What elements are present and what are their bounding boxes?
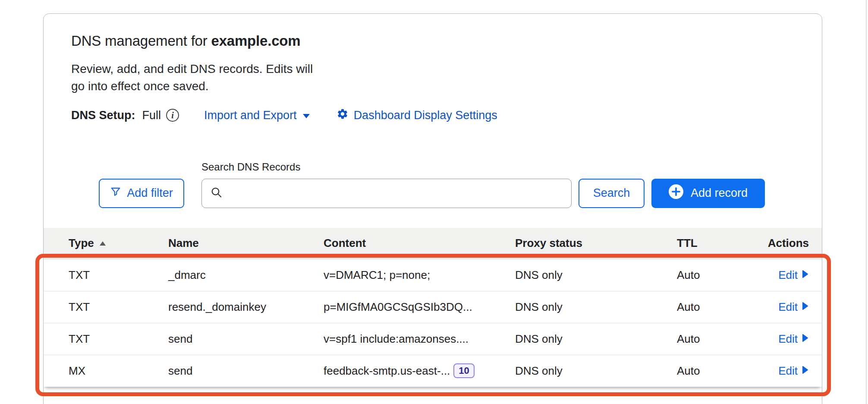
record-type: TXT — [69, 300, 168, 314]
table-body: TXT _dmarc v=DMARC1; p=none; DNS only Au… — [44, 259, 822, 387]
record-proxy-status: DNS only — [515, 332, 677, 346]
page-title: DNS management for example.com — [71, 33, 794, 49]
plus-icon — [669, 184, 683, 202]
search-button[interactable]: Search — [579, 179, 645, 208]
search-label: Search DNS Records — [201, 161, 572, 173]
record-ttl: Auto — [677, 364, 761, 378]
record-proxy-status: DNS only — [515, 364, 677, 378]
record-name: send — [168, 364, 324, 378]
column-header-content: Content — [324, 237, 515, 250]
chevron-right-icon — [802, 364, 809, 378]
column-header-ttl: TTL — [677, 237, 761, 250]
info-icon[interactable]: i — [166, 109, 179, 122]
sort-ascending-icon — [99, 241, 106, 246]
dashboard-display-settings-link[interactable]: Dashboard Display Settings — [337, 108, 497, 123]
table-header-row: Type Name Content Proxy status TTL Actio… — [44, 228, 822, 259]
record-type: TXT — [69, 268, 168, 282]
record-name: _dmarc — [168, 268, 324, 282]
dns-management-card: DNS management for example.com Review, a… — [43, 13, 822, 404]
chevron-right-icon — [802, 268, 809, 282]
gear-icon — [337, 108, 349, 123]
dns-toolbar: Add filter Search DNS Records Search Add… — [71, 161, 794, 208]
chevron-right-icon — [802, 332, 809, 346]
filter-funnel-icon — [110, 186, 121, 200]
dns-setup-label: DNS Setup: — [71, 109, 135, 122]
column-header-name: Name — [168, 237, 324, 250]
search-group: Search DNS Records — [201, 161, 572, 208]
add-filter-button[interactable]: Add filter — [99, 179, 184, 208]
edit-record-link[interactable]: Edit — [778, 300, 809, 314]
column-header-actions: Actions — [761, 237, 809, 250]
mx-priority-badge: 10 — [453, 363, 474, 378]
table-row: TXT send v=spf1 include:amazonses.... DN… — [44, 323, 822, 355]
record-ttl: Auto — [677, 268, 761, 282]
import-export-link[interactable]: Import and Export — [204, 109, 311, 122]
page-description: Review, add, and edit DNS records. Edits… — [71, 60, 794, 95]
edit-record-link[interactable]: Edit — [778, 364, 809, 378]
record-content: v=DMARC1; p=none; — [324, 268, 515, 282]
table-row: MX send feedback-smtp.us-east-...10 DNS … — [44, 355, 822, 387]
record-ttl: Auto — [677, 300, 761, 314]
scrollbar-track-edge — [866, 0, 867, 404]
record-type: MX — [69, 364, 168, 378]
column-header-proxy-status: Proxy status — [515, 237, 677, 250]
record-content: feedback-smtp.us-east-...10 — [324, 363, 515, 378]
table-row: TXT _dmarc v=DMARC1; p=none; DNS only Au… — [44, 259, 822, 291]
record-proxy-status: DNS only — [515, 268, 677, 282]
dns-setup-value: Full — [142, 109, 161, 122]
column-header-type[interactable]: Type — [69, 237, 168, 250]
record-content: v=spf1 include:amazonses.... — [324, 332, 515, 346]
edit-record-link[interactable]: Edit — [778, 332, 809, 346]
record-ttl: Auto — [677, 332, 761, 346]
dns-records-table: Type Name Content Proxy status TTL Actio… — [44, 228, 822, 387]
domain-name: example.com — [211, 33, 301, 49]
record-name: send — [168, 332, 324, 346]
record-proxy-status: DNS only — [515, 300, 677, 314]
search-icon — [210, 186, 223, 201]
search-input[interactable] — [201, 179, 572, 208]
chevron-right-icon — [802, 300, 809, 314]
edit-record-link[interactable]: Edit — [778, 268, 809, 282]
record-type: TXT — [69, 332, 168, 346]
dns-setup-row: DNS Setup: Full i Import and Export Dash… — [71, 108, 794, 123]
record-content: p=MIGfMA0GCSqGSIb3DQ... — [324, 300, 515, 314]
add-record-button[interactable]: Add record — [651, 179, 765, 208]
chevron-down-icon — [302, 109, 311, 122]
table-row: TXT resend._domainkey p=MIGfMA0GCSqGSIb3… — [44, 291, 822, 323]
record-name: resend._domainkey — [168, 300, 324, 314]
